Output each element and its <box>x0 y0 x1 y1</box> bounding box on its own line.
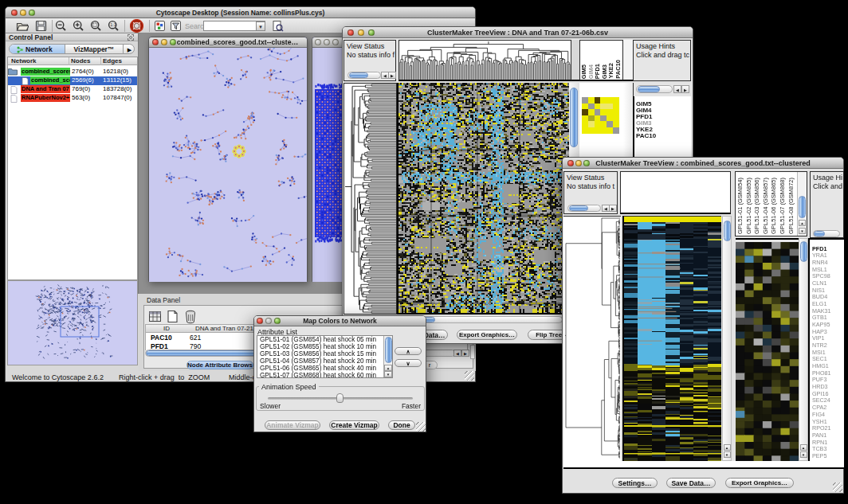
svg-text:1:1: 1:1 <box>110 22 116 27</box>
